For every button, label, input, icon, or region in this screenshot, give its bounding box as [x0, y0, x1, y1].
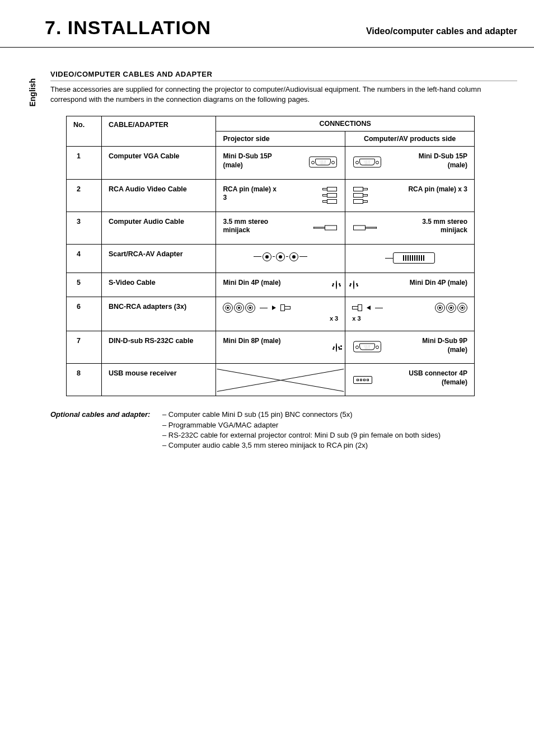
bnc-icon: [223, 303, 255, 313]
cell-cable: Computer Audio Cable: [101, 212, 216, 244]
rca-single-icon: [280, 304, 291, 311]
cell-no: 1: [67, 147, 102, 179]
sub-heading: VIDEO/COMPUTER CABLES AND ADAPTER: [50, 70, 517, 81]
cell-projector: Mini Din 8P (male): [216, 331, 345, 364]
cell-no: 4: [67, 244, 102, 273]
language-tab: English: [28, 78, 37, 107]
optional-item: – Computer cable Mini D sub (15 pin) BNC…: [162, 410, 353, 419]
cell-av: x 3: [345, 297, 475, 331]
rca-single-icon: [352, 304, 362, 311]
table-row: 1 Computer VGA Cable Mini D-Sub 15P (mal…: [67, 147, 475, 179]
rca-icon: [322, 187, 337, 204]
col-header-connections: CONNECTIONS: [216, 116, 475, 132]
cell-projector: x 3: [216, 297, 345, 331]
cell-projector-empty: [216, 364, 345, 396]
cell-projector: Mini D-Sub 15P (male) :::::::::: [216, 147, 345, 179]
cell-av: ::::::::: Mini D-Sub 9P (male): [345, 331, 475, 364]
table-row: 6 BNC-RCA adapters (3x) x 3: [67, 297, 475, 331]
connector-label: RCA pin (male) x 3: [223, 185, 282, 203]
cell-cable: BNC-RCA adapters (3x): [101, 297, 216, 331]
cell-no: 2: [67, 179, 102, 212]
cell-projector: 3.5 mm stereo minijack: [216, 212, 345, 244]
intro-text: These accessories are supplied for conne…: [50, 84, 517, 105]
bnc-icon: [435, 303, 467, 313]
minijack-icon: [353, 226, 377, 231]
cell-no: 6: [67, 297, 102, 331]
table-row: 2 RCA Audio Video Cable RCA pin (male) x…: [67, 179, 475, 212]
table-header-row-1: No. CABLE/ADAPTER CONNECTIONS: [67, 116, 475, 132]
x3-label: x 3: [223, 315, 338, 322]
connector-label: Mini D-Sub 15P (male): [223, 152, 282, 170]
optional-item: – RS-232C cable for external projector c…: [162, 431, 441, 439]
connector-label: 3.5 mm stereo minijack: [223, 218, 282, 235]
table-row: 8 USB mouse receiver USB connector 4P (f…: [67, 364, 475, 396]
cell-no: 8: [67, 364, 102, 396]
cell-av: USB connector 4P (female): [345, 364, 475, 396]
dsub9-icon: :::::::::: [353, 341, 381, 354]
cell-av: 3.5 mm stereo minijack: [345, 212, 475, 244]
optional-item: – Computer audio cable 3,5 mm stereo min…: [162, 441, 368, 449]
dsub-icon: :::::::::: [353, 156, 381, 169]
connector-label: Mini D-Sub 15P (male): [403, 152, 467, 170]
optional-items: – Computer cable Mini D sub (15 pin) BNC…: [162, 410, 441, 450]
arrow-right-icon: [272, 306, 276, 310]
cell-projector: [216, 244, 345, 273]
minidin8-icon: [336, 344, 337, 351]
cell-projector: Mini Din 4P (male): [216, 273, 345, 297]
usb-icon: [353, 376, 372, 384]
cell-cable: Scart/RCA-AV Adapter: [101, 244, 216, 273]
cell-cable: Computer VGA Cable: [101, 147, 216, 179]
cell-av: RCA pin (male) x 3: [345, 179, 475, 212]
cell-cable: S-Video Cable: [101, 273, 216, 297]
content: VIDEO/COMPUTER CABLES AND ADAPTER These …: [0, 48, 534, 450]
cell-no: 7: [67, 331, 102, 364]
arrow-left-icon: [367, 306, 371, 310]
cell-cable: USB mouse receiver: [101, 364, 216, 396]
optional-label: Optional cables and adapter:: [50, 410, 162, 450]
connector-label: Mini Din 8P (male): [223, 337, 282, 346]
cables-table: No. CABLE/ADAPTER CONNECTIONS Projector …: [66, 116, 475, 396]
connector-label: Mini D-Sub 9P (male): [403, 337, 467, 354]
table-row: 5 S-Video Cable Mini Din 4P (male) Mini …: [67, 273, 475, 297]
section-title: 7. INSTALLATION: [45, 17, 211, 39]
col-header-cable: CABLE/ADAPTER: [101, 116, 216, 147]
cell-av: [345, 244, 475, 273]
x3-label: x 3: [352, 315, 467, 322]
scart-rca-icon: [223, 252, 338, 261]
cell-cable: DIN-D-sub RS-232C cable: [101, 331, 216, 364]
scart-icon: [385, 252, 435, 264]
col-header-projector: Projector side: [216, 132, 345, 147]
section-subtitle: Video/computer cables and adapter: [366, 26, 517, 36]
cell-no: 3: [67, 212, 102, 244]
connector-label: 3.5 mm stereo minijack: [403, 218, 467, 235]
rca-icon: [353, 187, 368, 204]
cell-projector: RCA pin (male) x 3: [216, 179, 345, 212]
col-header-av: Computer/AV products side: [345, 132, 475, 147]
connector-label: USB connector 4P (female): [403, 369, 467, 387]
col-header-no: No.: [67, 116, 102, 147]
connector-label: Mini Din 4P (male): [223, 279, 282, 288]
table-row: 4 Scart/RCA-AV Adapter: [67, 244, 475, 273]
table-row: 7 DIN-D-sub RS-232C cable Mini Din 8P (m…: [67, 331, 475, 364]
optional-cables: Optional cables and adapter: – Computer …: [50, 410, 517, 450]
cell-cable: RCA Audio Video Cable: [101, 179, 216, 212]
table-row: 3 Computer Audio Cable 3.5 mm stereo min…: [67, 212, 475, 244]
cell-av: ::::::::: Mini D-Sub 15P (male): [345, 147, 475, 179]
connector-label: RCA pin (male) x 3: [403, 185, 467, 194]
cell-av: Mini Din 4P (male): [345, 273, 475, 297]
optional-item: – Programmable VGA/MAC adapter: [162, 421, 278, 429]
connector-label: Mini Din 4P (male): [403, 279, 467, 288]
page-header: 7. INSTALLATION Video/computer cables an…: [0, 0, 534, 48]
cell-no: 5: [67, 273, 102, 297]
dsub-icon: :::::::::: [309, 156, 337, 169]
minijack-icon: [313, 226, 337, 231]
minidin4-icon: [336, 281, 337, 289]
minidin4-icon: [353, 281, 354, 289]
